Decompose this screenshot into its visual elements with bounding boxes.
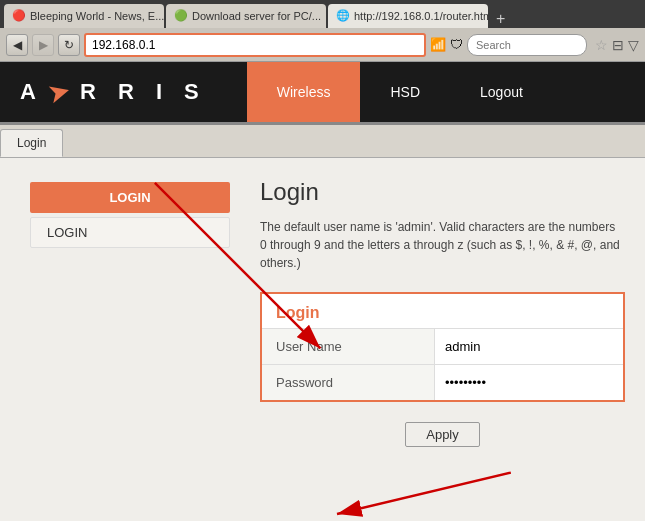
password-label: Password [262,365,435,400]
two-column-layout: LOGIN LOGIN Login The default user name … [20,178,625,447]
forward-button[interactable]: ▶ [32,34,54,56]
back-button[interactable]: ◀ [6,34,28,56]
username-input[interactable] [435,331,623,362]
address-bar [84,33,426,57]
arris-arrow-icon: ➤ [45,75,79,109]
router-nav-tabs: Wireless HSD Logout [247,62,553,122]
shield-icon: 🛡 [450,37,463,52]
reload-button[interactable]: ↻ [58,34,80,56]
main-content: LOGIN LOGIN Login The default user name … [0,158,645,521]
login-primary-button[interactable]: LOGIN [30,182,230,213]
tab-2[interactable]: 🟢 Download server for PC/... ✕ [166,4,326,28]
apply-button-row: Apply [260,422,625,447]
tab-1[interactable]: 🔴 Bleeping World - News, E... ✕ [4,4,164,28]
new-tab-button[interactable]: + [490,10,511,28]
tab-wireless[interactable]: Wireless [247,62,361,122]
login-box: Login User Name Password [260,292,625,402]
menu-icon[interactable]: ▽ [628,37,639,53]
bookmark-icon[interactable]: ☆ [595,37,608,53]
sub-tab-bar: Login [0,125,645,158]
right-content: Login The default user name is 'admin'. … [240,178,625,447]
nav-icons: 📶 🛡 [430,37,463,52]
login-secondary-button[interactable]: LOGIN [30,217,230,248]
tab3-label: http://192.168.0.1/router.html [354,10,488,22]
page-description: The default user name is 'admin'. Valid … [260,218,625,272]
username-field: User Name [262,329,623,365]
content-area: Login LOGIN LOGIN Login The default user… [0,122,645,521]
tab-logout[interactable]: Logout [450,62,553,122]
login-box-title: Login [262,294,623,329]
address-input[interactable] [92,38,418,52]
tab2-label: Download server for PC/... [192,10,321,22]
router-page: A ➤ R R I S Wireless HSD Logout Login LO… [0,62,645,521]
router-header: A ➤ R R I S Wireless HSD Logout [0,62,645,122]
apply-button[interactable]: Apply [405,422,480,447]
svg-line-3 [337,473,511,514]
username-label: User Name [262,329,435,364]
wifi-icon: 📶 [430,37,446,52]
bookmark-list-icon[interactable]: ⊟ [612,37,624,53]
tab-3[interactable]: 🌐 http://192.168.0.1/router.html ✕ [328,4,488,28]
page-title: Login [260,178,625,206]
password-field: Password [262,365,623,400]
arris-logo-text: A ➤ R R I S [20,78,207,106]
left-sidebar: LOGIN LOGIN [20,178,240,447]
password-input[interactable] [435,367,623,398]
arris-logo: A ➤ R R I S [0,78,227,106]
search-input[interactable] [476,39,556,51]
browser-chrome: 🔴 Bleeping World - News, E... ✕ 🟢 Downlo… [0,0,645,62]
tab-hsd[interactable]: HSD [360,62,450,122]
sub-tab-login[interactable]: Login [0,129,63,157]
tab1-label: Bleeping World - News, E... [30,10,164,22]
nav-bar: ◀ ▶ ↻ 📶 🛡 ☆ ⊟ ▽ [0,28,645,62]
search-bar [467,34,587,56]
tab1-favicon: 🔴 [12,9,26,23]
tab-bar: 🔴 Bleeping World - News, E... ✕ 🟢 Downlo… [0,0,645,28]
tab2-favicon: 🟢 [174,9,188,23]
tab3-favicon: 🌐 [336,9,350,23]
